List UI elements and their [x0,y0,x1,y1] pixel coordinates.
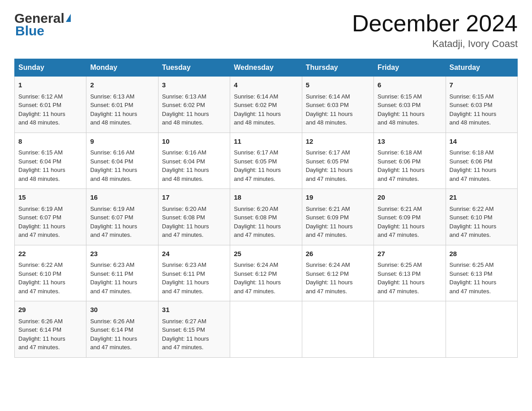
day-info: Sunrise: 6:24 AMSunset: 6:12 PMDaylight:… [306,261,370,295]
day-info: Sunrise: 6:13 AMSunset: 6:01 PMDaylight:… [90,92,154,127]
calendar-week-row: 1Sunrise: 6:12 AMSunset: 6:01 PMDaylight… [15,77,518,133]
day-number: 18 [234,193,298,203]
calendar-cell: 26Sunrise: 6:24 AMSunset: 6:12 PMDayligh… [302,245,373,301]
calendar-cell: 21Sunrise: 6:22 AMSunset: 6:10 PMDayligh… [446,189,517,245]
day-info: Sunrise: 6:27 AMSunset: 6:15 PMDaylight:… [162,317,226,352]
day-info: Sunrise: 6:14 AMSunset: 6:02 PMDaylight:… [234,92,298,127]
day-number: 14 [450,137,514,147]
logo: General Blue [14,11,71,39]
calendar-cell: 12Sunrise: 6:17 AMSunset: 6:05 PMDayligh… [302,133,373,189]
day-info: Sunrise: 6:15 AMSunset: 6:04 PMDaylight:… [18,148,82,183]
day-info: Sunrise: 6:26 AMSunset: 6:14 PMDaylight:… [18,317,82,352]
day-number: 24 [162,249,226,259]
col-header-wednesday: Wednesday [230,59,302,77]
day-info: Sunrise: 6:18 AMSunset: 6:06 PMDaylight:… [450,148,514,183]
calendar-cell: 2Sunrise: 6:13 AMSunset: 6:01 PMDaylight… [86,77,158,133]
day-number: 26 [306,249,370,259]
calendar-cell: 8Sunrise: 6:15 AMSunset: 6:04 PMDaylight… [15,133,86,189]
logo-name-part2: Blue [15,23,44,39]
day-number: 8 [18,137,82,147]
day-number: 27 [378,249,442,259]
calendar-cell: 4Sunrise: 6:14 AMSunset: 6:02 PMDaylight… [230,77,302,133]
day-number: 30 [90,305,154,315]
day-number: 15 [18,193,82,203]
calendar-cell: 18Sunrise: 6:20 AMSunset: 6:08 PMDayligh… [230,189,302,245]
calendar-cell: 30Sunrise: 6:26 AMSunset: 6:14 PMDayligh… [86,301,158,358]
day-number: 3 [162,80,226,90]
day-number: 7 [450,80,514,90]
day-info: Sunrise: 6:15 AMSunset: 6:03 PMDaylight:… [450,92,514,127]
day-number: 17 [162,193,226,203]
calendar-cell: 24Sunrise: 6:23 AMSunset: 6:11 PMDayligh… [158,245,230,301]
col-header-tuesday: Tuesday [158,59,230,77]
calendar-cell: 13Sunrise: 6:18 AMSunset: 6:06 PMDayligh… [374,133,446,189]
day-number: 25 [234,249,298,259]
day-info: Sunrise: 6:21 AMSunset: 6:09 PMDaylight:… [306,205,370,240]
day-info: Sunrise: 6:22 AMSunset: 6:10 PMDaylight:… [18,261,82,295]
day-info: Sunrise: 6:23 AMSunset: 6:11 PMDaylight:… [90,261,154,295]
calendar-cell: 29Sunrise: 6:26 AMSunset: 6:14 PMDayligh… [15,301,86,358]
calendar-cell: 9Sunrise: 6:16 AMSunset: 6:04 PMDaylight… [86,133,158,189]
day-info: Sunrise: 6:19 AMSunset: 6:07 PMDaylight:… [18,205,82,240]
calendar-cell: 15Sunrise: 6:19 AMSunset: 6:07 PMDayligh… [15,189,86,245]
calendar-week-row: 22Sunrise: 6:22 AMSunset: 6:10 PMDayligh… [15,245,518,301]
month-title: December 2024 [352,11,518,36]
day-info: Sunrise: 6:21 AMSunset: 6:09 PMDaylight:… [378,205,442,240]
title-block: December 2024 Katadji, Ivory Coast [352,11,518,50]
day-info: Sunrise: 6:25 AMSunset: 6:13 PMDaylight:… [378,261,442,295]
day-number: 31 [162,305,226,315]
day-info: Sunrise: 6:18 AMSunset: 6:06 PMDaylight:… [378,148,442,183]
col-header-saturday: Saturday [446,59,517,77]
day-info: Sunrise: 6:17 AMSunset: 6:05 PMDaylight:… [234,148,298,183]
calendar-cell [446,301,517,358]
day-info: Sunrise: 6:12 AMSunset: 6:01 PMDaylight:… [18,92,82,127]
day-info: Sunrise: 6:23 AMSunset: 6:11 PMDaylight:… [162,261,226,295]
day-number: 19 [306,193,370,203]
day-info: Sunrise: 6:20 AMSunset: 6:08 PMDaylight:… [162,205,226,240]
day-info: Sunrise: 6:25 AMSunset: 6:13 PMDaylight:… [450,261,514,295]
day-number: 20 [378,193,442,203]
day-number: 1 [18,80,82,90]
calendar-cell: 28Sunrise: 6:25 AMSunset: 6:13 PMDayligh… [446,245,517,301]
calendar-cell: 16Sunrise: 6:19 AMSunset: 6:07 PMDayligh… [86,189,158,245]
day-number: 6 [378,80,442,90]
calendar-cell [230,301,302,358]
day-info: Sunrise: 6:24 AMSunset: 6:12 PMDaylight:… [234,261,298,295]
day-number: 28 [450,249,514,259]
day-info: Sunrise: 6:16 AMSunset: 6:04 PMDaylight:… [90,148,154,183]
calendar-cell: 5Sunrise: 6:14 AMSunset: 6:03 PMDaylight… [302,77,373,133]
day-info: Sunrise: 6:15 AMSunset: 6:03 PMDaylight:… [378,92,442,127]
calendar-cell: 7Sunrise: 6:15 AMSunset: 6:03 PMDaylight… [446,77,517,133]
calendar-cell: 14Sunrise: 6:18 AMSunset: 6:06 PMDayligh… [446,133,517,189]
calendar-cell: 19Sunrise: 6:21 AMSunset: 6:09 PMDayligh… [302,189,373,245]
day-number: 29 [18,305,82,315]
col-header-thursday: Thursday [302,59,373,77]
calendar-cell: 25Sunrise: 6:24 AMSunset: 6:12 PMDayligh… [230,245,302,301]
day-info: Sunrise: 6:19 AMSunset: 6:07 PMDaylight:… [90,205,154,240]
day-info: Sunrise: 6:13 AMSunset: 6:02 PMDaylight:… [162,92,226,127]
calendar-cell: 22Sunrise: 6:22 AMSunset: 6:10 PMDayligh… [15,245,86,301]
day-number: 22 [18,249,82,259]
calendar-cell: 6Sunrise: 6:15 AMSunset: 6:03 PMDaylight… [374,77,446,133]
calendar-cell: 17Sunrise: 6:20 AMSunset: 6:08 PMDayligh… [158,189,230,245]
day-info: Sunrise: 6:14 AMSunset: 6:03 PMDaylight:… [306,92,370,127]
calendar-cell: 27Sunrise: 6:25 AMSunset: 6:13 PMDayligh… [374,245,446,301]
calendar-table: SundayMondayTuesdayWednesdayThursdayFrid… [14,59,518,358]
day-number: 21 [450,193,514,203]
calendar-cell: 11Sunrise: 6:17 AMSunset: 6:05 PMDayligh… [230,133,302,189]
day-number: 5 [306,80,370,90]
day-number: 23 [90,249,154,259]
col-header-friday: Friday [374,59,446,77]
day-number: 9 [90,137,154,147]
day-number: 13 [378,137,442,147]
calendar-cell: 20Sunrise: 6:21 AMSunset: 6:09 PMDayligh… [374,189,446,245]
day-number: 12 [306,137,370,147]
calendar-week-row: 29Sunrise: 6:26 AMSunset: 6:14 PMDayligh… [15,301,518,358]
col-header-sunday: Sunday [15,59,86,77]
calendar-cell [302,301,373,358]
calendar-cell [374,301,446,358]
location-subtitle: Katadji, Ivory Coast [352,38,518,50]
calendar-cell: 31Sunrise: 6:27 AMSunset: 6:15 PMDayligh… [158,301,230,358]
calendar-cell: 3Sunrise: 6:13 AMSunset: 6:02 PMDaylight… [158,77,230,133]
calendar-cell: 10Sunrise: 6:16 AMSunset: 6:04 PMDayligh… [158,133,230,189]
